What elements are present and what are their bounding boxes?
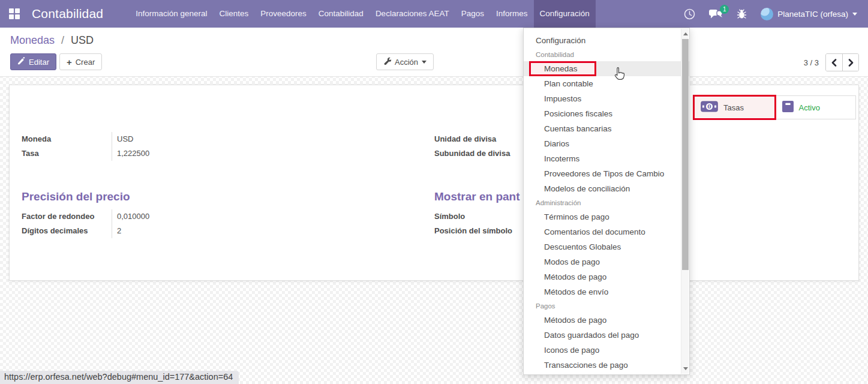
menu-item-impuestos[interactable]: Impuestos xyxy=(524,91,689,106)
apps-grid-icon[interactable] xyxy=(9,8,20,19)
dropdown-scrollbar[interactable] xyxy=(681,29,689,374)
debug-bug-icon[interactable] xyxy=(737,8,747,19)
plus-icon: + xyxy=(67,58,72,67)
pager-next-button[interactable] xyxy=(842,54,858,71)
stat-button-group: 0 Tasas Activo xyxy=(693,95,856,119)
status-bar-url: https://erp.orfesa.net/web?debug#menu_id… xyxy=(0,371,239,384)
field-value: 2 xyxy=(112,224,184,238)
field-label: Factor de redondeo xyxy=(22,209,112,224)
chevron-down-icon xyxy=(852,13,857,16)
edit-button[interactable]: Editar xyxy=(10,53,56,70)
nav-item-informacion-general[interactable]: Información general xyxy=(130,0,213,28)
field-row-moneda: Moneda USD xyxy=(22,132,184,146)
tasas-stat-label: Tasas xyxy=(723,103,744,112)
field-label: Posición del símbolo xyxy=(434,224,524,238)
menu-item-transacciones-pago[interactable]: Transacciones de pago xyxy=(524,358,689,373)
nav-item-informes[interactable]: Informes xyxy=(490,0,534,28)
tasas-stat-button[interactable]: 0 Tasas xyxy=(693,95,776,120)
currency-field-group-left: Moneda USD Tasa 1,222500 xyxy=(22,132,184,161)
menu-item-terminos-pago[interactable]: Términos de pago xyxy=(524,209,689,224)
user-avatar xyxy=(761,8,773,20)
menu-section-administracion: Administración xyxy=(524,196,689,209)
field-row-digitos-decimales: Dígitos decimales 2 xyxy=(22,224,184,238)
field-value: 0,010000 xyxy=(112,209,184,224)
action-dropdown-button[interactable]: Acción xyxy=(376,53,434,70)
edit-button-label: Editar xyxy=(29,58,49,67)
scrollbar-thumb[interactable] xyxy=(682,39,689,270)
wrench-icon xyxy=(383,57,391,67)
breadcrumb-monedas-link[interactable]: Monedas xyxy=(10,34,55,46)
section-title-mostrar: Mostrar en pant xyxy=(434,190,520,203)
nav-item-pagos[interactable]: Pagos xyxy=(455,0,490,28)
field-label: Subunidad de divisa xyxy=(434,146,524,161)
menu-item-posiciones-fiscales[interactable]: Posiciones fiscales xyxy=(524,106,689,121)
breadcrumb-current-record: USD xyxy=(71,34,94,46)
red-annotation-box: Monedas xyxy=(529,61,596,76)
menu-section-pagos: Pagos xyxy=(524,299,689,313)
menu-item-proveedores-tipos-cambio[interactable]: Proveedores de Tipos de Cambio xyxy=(524,166,689,181)
scrollbar-down-arrow-icon[interactable] xyxy=(683,367,688,370)
field-value: 1,222500 xyxy=(112,146,184,161)
field-label: Tasa xyxy=(22,146,112,161)
nav-item-proveedores[interactable]: Proveedores xyxy=(254,0,313,28)
precision-field-group: Factor de redondeo 0,010000 Dígitos deci… xyxy=(22,209,184,238)
field-label: Dígitos decimales xyxy=(22,224,112,238)
chevron-down-icon xyxy=(422,61,427,64)
menu-item-modelos-conciliacion[interactable]: Modelos de conciliación xyxy=(524,181,689,196)
field-label: Unidad de divisa xyxy=(434,132,524,146)
nav-item-clientes[interactable]: Clientes xyxy=(213,0,254,28)
user-name: PlanetaTIC (orfesa) xyxy=(777,10,848,19)
section-title-precision: Precisión del precio xyxy=(22,190,130,203)
field-label: Símbolo xyxy=(434,209,524,224)
menu-item-modos-pago[interactable]: Modos de pago xyxy=(524,254,689,269)
field-value: USD xyxy=(112,132,184,146)
message-count-badge: 1 xyxy=(720,5,729,14)
menu-item-metodos-pago[interactable]: Métodos de pago xyxy=(524,313,689,328)
configuracion-dropdown-menu: Configuración Contabilidad Monedas Plan … xyxy=(523,28,690,375)
top-navbar: Contabilidad Información general Cliente… xyxy=(0,0,868,28)
nav-item-declaraciones-aeat[interactable]: Declaraciones AEAT xyxy=(370,0,455,28)
menu-item-plan-contable[interactable]: Plan contable xyxy=(524,76,689,91)
pager-value[interactable]: 3 / 3 xyxy=(804,58,819,67)
field-row-factor-redondeo: Factor de redondeo 0,010000 xyxy=(22,209,184,224)
pencil-icon xyxy=(17,57,25,67)
archive-box-icon xyxy=(782,101,794,114)
record-pager: 3 / 3 xyxy=(804,53,859,71)
menu-item-metodos-envio[interactable]: Métodos de envío xyxy=(524,284,689,299)
nav-item-configuracion[interactable]: Configuración xyxy=(534,0,596,28)
breadcrumb: Monedas / USD xyxy=(10,34,94,47)
menu-item-monedas[interactable]: Monedas xyxy=(524,61,689,76)
menu-section-contabilidad: Contabilidad xyxy=(524,48,689,61)
menu-item-iconos-pago[interactable]: Iconos de pago xyxy=(524,343,689,358)
create-button[interactable]: + Crear xyxy=(59,53,102,70)
activo-stat-label: Activo xyxy=(799,103,820,112)
messages-chat-icon[interactable]: 1 xyxy=(709,9,723,19)
activities-clock-icon[interactable] xyxy=(684,8,695,20)
menu-item-incoterms[interactable]: Incoterms xyxy=(524,151,689,166)
menu-item-configuracion[interactable]: Configuración xyxy=(524,33,689,48)
form-sheet: 0 Tasas Activo Moneda USD Tasa 1,222500 … xyxy=(9,85,859,281)
main-menu: Información general Clientes Proveedores… xyxy=(130,0,596,28)
create-button-label: Crear xyxy=(76,58,95,67)
activo-stat-button[interactable]: Activo xyxy=(776,96,856,119)
hand-cursor-icon xyxy=(613,67,626,84)
field-row-tasa: Tasa 1,222500 xyxy=(22,146,184,161)
menu-item-datos-guardados-pago[interactable]: Datos guardados del pago xyxy=(524,328,689,343)
menu-item-comentarios-documento[interactable]: Comentarios del documento xyxy=(524,224,689,239)
menu-item-metodos-pago-admin[interactable]: Métodos de pago xyxy=(524,269,689,284)
pager-previous-button[interactable] xyxy=(826,54,842,71)
user-menu[interactable]: PlanetaTIC (orfesa) xyxy=(761,8,857,20)
systray: 1 PlanetaTIC (orfesa) xyxy=(684,8,857,20)
field-label: Moneda xyxy=(22,132,112,146)
app-brand-title[interactable]: Contabilidad xyxy=(32,7,103,21)
menu-item-diarios[interactable]: Diarios xyxy=(524,136,689,151)
svg-text:0: 0 xyxy=(707,103,711,110)
nav-item-contabilidad[interactable]: Contabilidad xyxy=(313,0,370,28)
menu-item-cuentas-bancarias[interactable]: Cuentas bancarias xyxy=(524,121,689,136)
menu-item-descuentos-globales[interactable]: Descuentos Globales xyxy=(524,239,689,254)
money-banknote-icon: 0 xyxy=(701,101,718,114)
breadcrumb-separator: / xyxy=(61,34,64,46)
action-button-label: Acción xyxy=(395,58,418,67)
scrollbar-up-arrow-icon[interactable] xyxy=(683,32,688,35)
control-panel: Monedas / USD Editar + Crear Acción 3 / … xyxy=(0,28,868,77)
